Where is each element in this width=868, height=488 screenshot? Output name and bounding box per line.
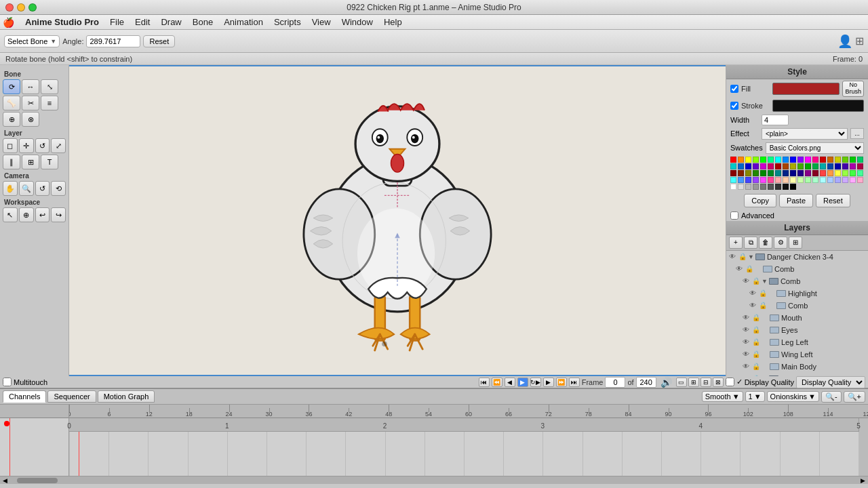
color-cell[interactable] — [753, 170, 759, 176]
scroll-thumb[interactable] — [17, 478, 58, 483]
layer-item[interactable]: 👁 🔒 Highlight — [726, 287, 868, 300]
color-cell[interactable] — [745, 170, 751, 176]
layer-item[interactable]: 👁 🔒 Leg Left — [726, 336, 868, 348]
undo-tool[interactable]: ↩ — [35, 207, 50, 222]
next-frame-button[interactable]: ⏩ — [556, 378, 567, 387]
layer-eye-icon[interactable]: 👁 — [749, 302, 759, 309]
color-cell[interactable] — [790, 184, 796, 190]
color-cell[interactable] — [805, 157, 811, 163]
layer-lock-icon[interactable]: 🔒 — [752, 375, 762, 376]
color-cell[interactable] — [738, 170, 744, 176]
layer-lock-icon[interactable]: 🔒 — [759, 302, 768, 309]
layer-item[interactable]: 👁 🔒 ▼ Comb — [726, 275, 868, 287]
color-cell[interactable] — [760, 170, 766, 176]
color-cell[interactable] — [775, 157, 781, 163]
color-cell[interactable] — [783, 157, 789, 163]
color-cell[interactable] — [753, 163, 759, 169]
fast-forward-button[interactable]: ⏭ — [569, 378, 580, 387]
layer-lock-icon[interactable]: 🔒 — [745, 265, 755, 272]
layer-settings-button[interactable]: ⚙ — [774, 237, 787, 249]
color-cell[interactable] — [783, 184, 789, 190]
play-loop-button[interactable]: ↻▶ — [530, 378, 541, 387]
maximize-button[interactable] — [28, 3, 37, 12]
timeline-frame-area[interactable]: 012345 — [69, 418, 859, 476]
color-cell[interactable] — [820, 170, 826, 176]
color-cell[interactable] — [730, 157, 736, 163]
new-layer-button[interactable]: + — [729, 237, 743, 249]
copy-button[interactable]: Copy — [744, 194, 776, 207]
layer-eye-icon[interactable]: 👁 — [743, 375, 752, 376]
timeline-zoom-in[interactable]: 🔍+ — [844, 391, 865, 403]
reparent-tool[interactable]: ⊗ — [22, 112, 39, 127]
delete-bone-tool[interactable]: ✂ — [22, 96, 39, 110]
color-cell[interactable] — [753, 157, 759, 163]
layer-item[interactable]: 👁 🔒 Comb — [726, 300, 868, 312]
color-cell[interactable] — [768, 184, 774, 190]
zoom-workspace-tool[interactable]: ⊕ — [19, 207, 34, 222]
layer-eye-icon[interactable]: 👁 — [743, 277, 752, 285]
width-input[interactable] — [762, 115, 789, 125]
redo-tool[interactable]: ↪ — [51, 207, 66, 222]
color-cell[interactable] — [768, 177, 774, 183]
multitouch-checkbox[interactable] — [3, 378, 12, 386]
close-button[interactable] — [5, 3, 14, 12]
layer-lock-icon[interactable]: 🔒 — [759, 289, 768, 297]
layer-eye-icon[interactable]: 👁 — [743, 326, 752, 333]
color-cell[interactable] — [857, 157, 863, 163]
total-frames-input[interactable] — [636, 377, 656, 388]
layer-item[interactable]: 👁 🔒 Mouth — [726, 312, 868, 324]
delete-layer-button[interactable]: 🗑 — [759, 237, 772, 249]
color-cell[interactable] — [730, 163, 736, 169]
layer-lock-icon[interactable]: 🔒 — [752, 363, 762, 370]
menu-file[interactable]: File — [104, 16, 130, 28]
arrow-tool[interactable]: ↖ — [3, 207, 18, 222]
layer-lock-icon[interactable]: 🔒 — [752, 326, 762, 333]
select-bone-dropdown[interactable]: Select Bone ▼ — [4, 35, 60, 47]
color-cell[interactable] — [835, 157, 841, 163]
view-mode-4[interactable]: ⊠ — [713, 378, 724, 387]
menu-help[interactable]: Help — [378, 16, 408, 28]
rewind-button[interactable]: ⏮ — [479, 378, 490, 387]
color-cell[interactable] — [790, 163, 796, 169]
layer-expand-icon[interactable]: ▼ — [748, 253, 754, 260]
quality-checkbox[interactable] — [726, 378, 734, 386]
layer-eye-icon[interactable]: 👁 — [743, 338, 752, 346]
color-cell[interactable] — [730, 170, 736, 176]
color-cell[interactable] — [783, 177, 789, 183]
prev-key-button[interactable]: ◀ — [505, 378, 515, 387]
text-tool[interactable]: T — [41, 155, 58, 169]
color-cell[interactable] — [753, 177, 759, 183]
color-cell[interactable] — [835, 163, 841, 169]
menu-view[interactable]: View — [307, 16, 336, 28]
color-cell[interactable] — [738, 163, 744, 169]
transform-tool[interactable]: ⊞ — [22, 155, 39, 169]
color-cell[interactable] — [842, 163, 848, 169]
color-cell[interactable] — [842, 177, 848, 183]
advanced-checkbox[interactable] — [730, 211, 738, 220]
color-cell[interactable] — [857, 177, 863, 183]
color-cell[interactable] — [850, 170, 856, 176]
color-cell[interactable] — [730, 177, 736, 183]
view-mode-3[interactable]: ⊟ — [701, 378, 711, 387]
layer-lock-icon[interactable]: 🔒 — [738, 253, 748, 260]
color-cell[interactable] — [827, 177, 833, 183]
layer-number-dropdown[interactable]: 1 ▼ — [745, 391, 765, 402]
color-cell[interactable] — [745, 184, 751, 190]
layer-lock-icon[interactable]: 🔒 — [752, 338, 762, 346]
volume-icon[interactable]: 🔊 — [660, 377, 672, 388]
menu-animation[interactable]: Animation — [218, 16, 269, 28]
color-cell[interactable] — [775, 177, 781, 183]
color-cell[interactable] — [775, 170, 781, 176]
layer-lock-icon[interactable]: 🔒 — [752, 350, 762, 358]
menu-app[interactable]: Anime Studio Pro — [20, 16, 104, 28]
apple-menu-icon[interactable]: 🍎 — [3, 17, 14, 28]
color-cell[interactable] — [760, 163, 766, 169]
color-cell[interactable] — [820, 163, 826, 169]
color-cell[interactable] — [842, 170, 848, 176]
color-cell[interactable] — [745, 157, 751, 163]
display-quality-dropdown[interactable]: Display Quality — [796, 376, 865, 388]
color-cell[interactable] — [857, 163, 863, 169]
fill-color-swatch[interactable] — [772, 83, 840, 95]
menu-edit[interactable]: Edit — [130, 16, 155, 28]
color-cell[interactable] — [820, 157, 826, 163]
